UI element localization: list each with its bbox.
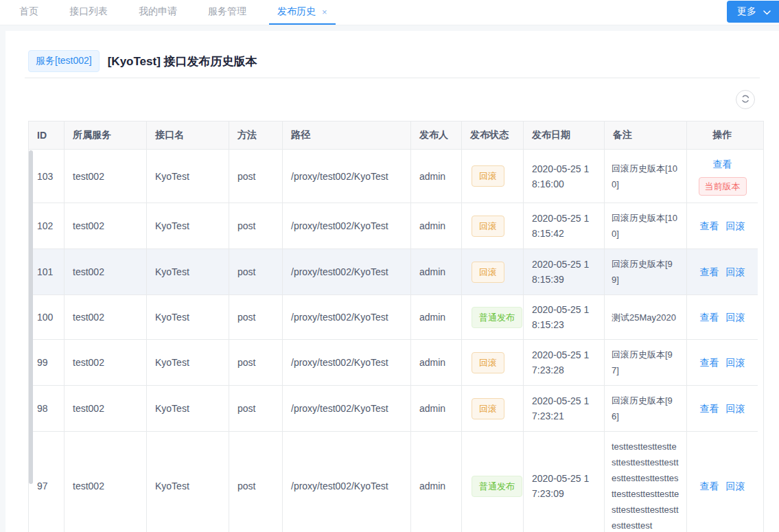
cell-publisher: admin <box>411 340 462 386</box>
rollback-link[interactable]: 回滚 <box>726 357 745 368</box>
cell-remark: 回滚历史版本[100] <box>605 203 687 249</box>
tab-label: 发布历史 <box>277 5 316 18</box>
tab-close-icon[interactable]: × <box>322 8 327 16</box>
tab-item-1[interactable]: 接口列表 <box>61 0 116 25</box>
tab-label: 我的申请 <box>139 5 177 18</box>
toolbar <box>5 78 779 109</box>
table-row[interactable]: 99 test002 KyoTest post /proxy/test002/K… <box>29 340 758 386</box>
tab-label: 接口列表 <box>69 5 108 18</box>
content-panel: 服务[test002] [KyoTest] 接口发布历史版本 ID所属服务接口名… <box>5 31 779 532</box>
tab-bar-items: 首页接口列表我的申请服务管理发布历史× <box>0 0 779 25</box>
view-link[interactable]: 查看 <box>700 220 719 231</box>
scrollbar-gutter-header <box>758 122 763 150</box>
cell-id: 100 <box>29 295 65 340</box>
cell-status: 普通发布 <box>462 295 524 340</box>
cell-publisher: admin <box>411 203 462 249</box>
cell-remark: 测试25May2020 <box>605 295 687 340</box>
cell-remark: 回滚历史版本[97] <box>605 340 687 386</box>
column-header-3: 方法 <box>229 122 283 150</box>
current-version-wrap: 当前版本 <box>695 177 749 196</box>
view-link[interactable]: 查看 <box>700 312 719 323</box>
table-row[interactable]: 97 test002 KyoTest post /proxy/test002/K… <box>29 432 758 532</box>
cell-service: test002 <box>65 340 147 386</box>
cell-api-name: KyoTest <box>147 386 229 432</box>
cell-actions: 查看当前版本 <box>687 150 758 203</box>
cell-api-name: KyoTest <box>147 432 229 532</box>
table-row[interactable]: 102 test002 KyoTest post /proxy/test002/… <box>29 203 758 249</box>
rollback-link[interactable]: 回滚 <box>726 403 745 414</box>
cell-method: post <box>229 386 283 432</box>
status-badge: 普通发布 <box>472 476 522 497</box>
tab-item-0[interactable]: 首页 <box>11 0 47 25</box>
column-header-8: 备注 <box>605 122 687 150</box>
cell-status: 回滚 <box>462 386 524 432</box>
cell-method: post <box>229 340 283 386</box>
cell-date: 2020-05-25 18:15:23 <box>524 295 605 340</box>
column-header-0: ID <box>29 122 65 150</box>
tab-item-2[interactable]: 我的申请 <box>130 0 185 25</box>
cell-publisher: admin <box>411 295 462 340</box>
vertical-scrollbar-thumb[interactable] <box>29 150 33 484</box>
more-button[interactable]: 更多 <box>727 1 779 23</box>
cell-remark: testtesttesttesttesttesttesttesttesttest… <box>605 432 687 532</box>
cell-id: 103 <box>29 150 65 203</box>
cell-method: post <box>229 150 283 203</box>
cell-publisher: admin <box>411 150 462 203</box>
cell-api-name: KyoTest <box>147 340 229 386</box>
refresh-button[interactable] <box>736 90 755 109</box>
cell-remark: 回滚历史版本[100] <box>605 150 687 203</box>
status-badge: 回滚 <box>472 398 504 419</box>
cell-date: 2020-05-25 17:23:09 <box>524 432 605 532</box>
cell-actions: 查看回滚 <box>687 340 758 386</box>
cell-date: 2020-05-25 18:15:42 <box>524 203 605 249</box>
column-header-5: 发布人 <box>411 122 462 150</box>
cell-api-name: KyoTest <box>147 249 229 295</box>
rollback-link[interactable]: 回滚 <box>726 266 745 277</box>
cell-remark: 回滚历史版本[96] <box>605 386 687 432</box>
cell-publisher: admin <box>411 249 462 295</box>
rollback-link[interactable]: 回滚 <box>726 312 745 323</box>
table-scrollbar[interactable] <box>758 121 764 532</box>
table-row[interactable]: 101 test002 KyoTest post /proxy/test002/… <box>29 249 758 295</box>
table-row[interactable]: 100 test002 KyoTest post /proxy/test002/… <box>29 295 758 340</box>
cell-status: 回滚 <box>462 150 524 203</box>
tab-label: 首页 <box>19 5 38 18</box>
cell-status: 回滚 <box>462 249 524 295</box>
view-link[interactable]: 查看 <box>713 159 732 170</box>
table-row[interactable]: 103 test002 KyoTest post /proxy/test002/… <box>29 150 758 203</box>
cell-date: 2020-05-25 17:23:28 <box>524 340 605 386</box>
table-row[interactable]: 98 test002 KyoTest post /proxy/test002/K… <box>29 386 758 432</box>
cell-path: /proxy/test002/KyoTest <box>283 432 411 532</box>
title-row: 服务[test002] [KyoTest] 接口发布历史版本 <box>5 31 779 72</box>
column-header-9: 操作 <box>687 122 758 150</box>
view-link[interactable]: 查看 <box>700 481 719 491</box>
cell-service: test002 <box>65 249 147 295</box>
column-header-7: 发布日期 <box>524 122 605 150</box>
cell-publisher: admin <box>411 386 462 432</box>
column-header-6: 发布状态 <box>462 122 524 150</box>
cell-actions: 查看回滚 <box>687 249 758 295</box>
view-link[interactable]: 查看 <box>700 403 719 414</box>
cell-id: 102 <box>29 203 65 249</box>
cell-service: test002 <box>65 203 147 249</box>
cell-method: post <box>229 249 283 295</box>
tab-label: 服务管理 <box>208 5 246 18</box>
column-header-1: 所属服务 <box>65 122 147 150</box>
tab-item-4[interactable]: 发布历史× <box>269 0 336 25</box>
rollback-link[interactable]: 回滚 <box>726 481 745 491</box>
cell-api-name: KyoTest <box>147 295 229 340</box>
cell-publisher: admin <box>411 432 462 532</box>
rollback-link[interactable]: 回滚 <box>726 220 745 231</box>
cell-date: 2020-05-25 18:15:39 <box>524 249 605 295</box>
view-link[interactable]: 查看 <box>700 266 719 277</box>
status-badge: 回滚 <box>472 262 504 283</box>
current-version-badge: 当前版本 <box>699 177 747 196</box>
cell-actions: 查看回滚 <box>687 203 758 249</box>
table-body: 103 test002 KyoTest post /proxy/test002/… <box>29 150 758 532</box>
view-link[interactable]: 查看 <box>700 357 719 368</box>
table-header-row: ID所属服务接口名方法路径发布人发布状态发布日期备注操作 <box>29 122 758 150</box>
tab-item-3[interactable]: 服务管理 <box>200 0 255 25</box>
cell-date: 2020-05-25 18:16:00 <box>524 150 605 203</box>
cell-id: 98 <box>29 386 65 432</box>
cell-actions: 查看回滚 <box>687 386 758 432</box>
